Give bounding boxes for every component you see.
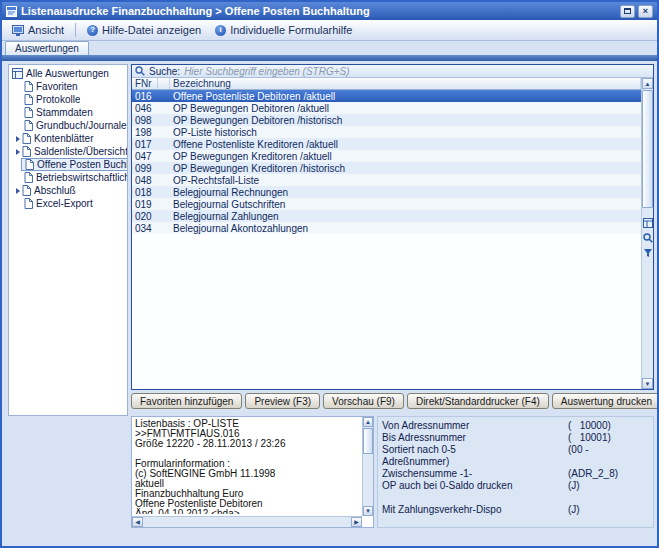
table-row[interactable]: 046OP Bewegungen Debitoren /aktuell <box>132 102 641 114</box>
info-vertical-scrollbar[interactable]: ▲ ▼ <box>362 417 373 516</box>
favoriten-hinzufuegen-button[interactable]: Favoriten hinzufügen <box>131 393 242 409</box>
document-icon <box>24 81 33 92</box>
tree-item-protokolle[interactable]: Protokolle <box>21 93 83 106</box>
scroll-up-arrow-icon[interactable]: ▲ <box>642 78 653 89</box>
scrollbar-thumb[interactable] <box>642 90 653 208</box>
row-bezeichnung: Belegjournal Rechnungen <box>170 187 641 198</box>
table-row[interactable]: 019Belegjournal Gutschriften <box>132 198 641 210</box>
title-bar[interactable]: Listenausdrucke Finanzbuchhaltung > Offe… <box>2 2 657 20</box>
tree-item-kontenblaetter[interactable]: Kontenblätter <box>13 132 97 145</box>
tree-item-excel-export[interactable]: Excel-Export <box>21 197 96 210</box>
restore-button[interactable] <box>620 5 635 18</box>
scroll-down-arrow-icon[interactable]: ▼ <box>363 506 373 516</box>
expand-arrow-icon[interactable] <box>16 136 20 142</box>
tree-item-stammdaten[interactable]: Stammdaten <box>21 106 96 119</box>
tree-item-label: Abschluß <box>34 185 76 196</box>
tree-root[interactable]: Alle Auswertungen <box>9 67 112 80</box>
table-row[interactable]: 016Offene Postenliste Debitoren /aktuell <box>132 90 641 102</box>
tab-strip: Auswertungen <box>2 41 657 55</box>
auswertung-drucken-button[interactable]: Auswertung drucken <box>552 393 659 409</box>
scrollbar-thumb[interactable] <box>363 428 373 454</box>
filter-icon[interactable] <box>643 248 653 258</box>
param-value: (J) <box>568 504 580 516</box>
row-fnr: 017 <box>132 139 158 150</box>
param-row: Von Adressnummer ( 10000) <box>382 420 649 432</box>
row-fnr: 020 <box>132 211 158 222</box>
param-value: (J) <box>568 480 580 492</box>
row-fnr: 048 <box>132 175 158 186</box>
tree-item-label: Offene Posten Buchhaltung <box>37 159 128 170</box>
expand-arrow-icon[interactable] <box>16 149 20 155</box>
document-icon <box>24 198 33 209</box>
columns-icon[interactable] <box>643 218 653 228</box>
tree-item-saldenliste[interactable]: Saldenliste/Übersicht <box>13 145 128 158</box>
tree-item-offene-posten-buchhaltung[interactable]: Offene Posten Buchhaltung <box>21 158 128 171</box>
table-body: 016Offene Postenliste Debitoren /aktuell… <box>132 90 641 234</box>
table-row[interactable]: 099OP Bewegungen Kreditoren /historisch <box>132 162 641 174</box>
table-row[interactable]: 198OP-Liste historisch <box>132 126 641 138</box>
direkt-standarddrucker-button[interactable]: Direkt/Standarddrucker (F4) <box>407 393 549 409</box>
zoom-icon[interactable] <box>643 233 653 243</box>
tree-item-grundbuch-journale[interactable]: Grundbuch/Journale <box>21 119 128 132</box>
document-icon <box>24 107 33 118</box>
preview-button[interactable]: Preview (F3) <box>245 393 320 409</box>
action-button-row: Favoriten hinzufügen Preview (F3) Vorsch… <box>131 393 659 409</box>
tree-item-label: Favoriten <box>36 81 78 92</box>
row-fnr: 098 <box>132 115 158 126</box>
param-row: Mit Zahlungsverkehr-Dispo (J) <box>382 504 649 516</box>
row-bezeichnung: Belegjournal Gutschriften <box>170 199 641 210</box>
search-input[interactable] <box>184 66 650 77</box>
row-fnr: 019 <box>132 199 158 210</box>
tree-item-label: Protokolle <box>36 94 80 105</box>
table-row[interactable]: 018Belegjournal Rechnungen <box>132 186 641 198</box>
scroll-up-arrow-icon[interactable]: ▲ <box>363 417 373 427</box>
formularhilfe-button[interactable]: i Individuelle Formularhilfe <box>208 22 359 38</box>
param-label <box>382 492 568 504</box>
tree-item-label: Betriebswirtschaftliche Auswertungen <box>36 172 128 183</box>
column-header-fnr[interactable]: FNr <box>132 78 158 89</box>
form-info-text: Listenbasis : OP-LISTE >>FMT\FMTFIAUS.01… <box>135 419 359 514</box>
row-bezeichnung: OP Bewegungen Debitoren /historisch <box>170 115 641 126</box>
table-row[interactable]: 098OP Bewegungen Debitoren /historisch <box>132 114 641 126</box>
table-row[interactable]: 047OP Bewegungen Kreditoren /aktuell <box>132 150 641 162</box>
report-parameters-panel: Von Adressnummer ( 10000) Bis Adressnumm… <box>377 416 654 528</box>
tab-auswertungen[interactable]: Auswertungen <box>5 41 89 55</box>
row-fnr: 198 <box>132 127 158 138</box>
expand-arrow-icon[interactable] <box>16 188 20 194</box>
param-row <box>382 492 649 504</box>
scroll-left-arrow-icon[interactable]: ◀ <box>132 517 143 527</box>
tree-item-abschluss[interactable]: Abschluß <box>13 184 79 197</box>
column-header-bezeichnung[interactable]: Bezeichnung <box>170 78 641 89</box>
table-row[interactable]: 017Offene Postenliste Kreditoren /aktuel… <box>132 138 641 150</box>
ansicht-button[interactable]: Ansicht <box>5 22 71 38</box>
column-header-flag[interactable] <box>158 78 170 89</box>
row-fnr: 099 <box>132 163 158 174</box>
row-bezeichnung: OP-Liste historisch <box>170 127 641 138</box>
app-window: Listenausdrucke Finanzbuchhaltung > Offe… <box>0 0 659 548</box>
vorschau-button[interactable]: Vorschau (F9) <box>323 393 404 409</box>
param-label: Sortiert nach 0-5 <box>382 444 568 456</box>
help-icon: ? <box>87 25 98 36</box>
tree-item-label: Excel-Export <box>36 198 93 209</box>
row-fnr: 018 <box>132 187 158 198</box>
document-icon <box>22 133 31 144</box>
tree-item-betriebswirtschaftliche[interactable]: Betriebswirtschaftliche Auswertungen <box>21 171 128 184</box>
info-horizontal-scrollbar[interactable]: ◀ ▶ <box>132 516 362 527</box>
row-bezeichnung: Belegjournal Akontozahlungen <box>170 223 641 234</box>
table-row[interactable]: 034Belegjournal Akontozahlungen <box>132 222 641 234</box>
hilfe-datei-button[interactable]: ? Hilfe-Datei anzeigen <box>80 22 208 38</box>
param-row: Sortiert nach 0-5 (00 - <box>382 444 649 456</box>
reports-tree: Alle Auswertungen Favoriten Protokolle S… <box>8 64 128 416</box>
param-label: Mit Zahlungsverkehr-Dispo <box>382 504 568 516</box>
scroll-right-arrow-icon[interactable]: ▶ <box>351 517 362 527</box>
table-row[interactable]: 048OP-Rechtsfall-Liste <box>132 174 641 186</box>
table-tool-icons <box>642 218 653 258</box>
tree-item-favoriten[interactable]: Favoriten <box>21 80 81 93</box>
table-vertical-scrollbar[interactable]: ▲ ▼ <box>641 78 653 389</box>
scroll-down-arrow-icon[interactable]: ▼ <box>642 378 653 389</box>
param-label: OP auch bei 0-Saldo drucken <box>382 480 568 492</box>
close-button[interactable]: × <box>638 5 653 18</box>
row-bezeichnung: OP-Rechtsfall-Liste <box>170 175 641 186</box>
tree-item-label: Kontenblätter <box>34 133 94 144</box>
table-row[interactable]: 020Belegjournal Zahlungen <box>132 210 641 222</box>
